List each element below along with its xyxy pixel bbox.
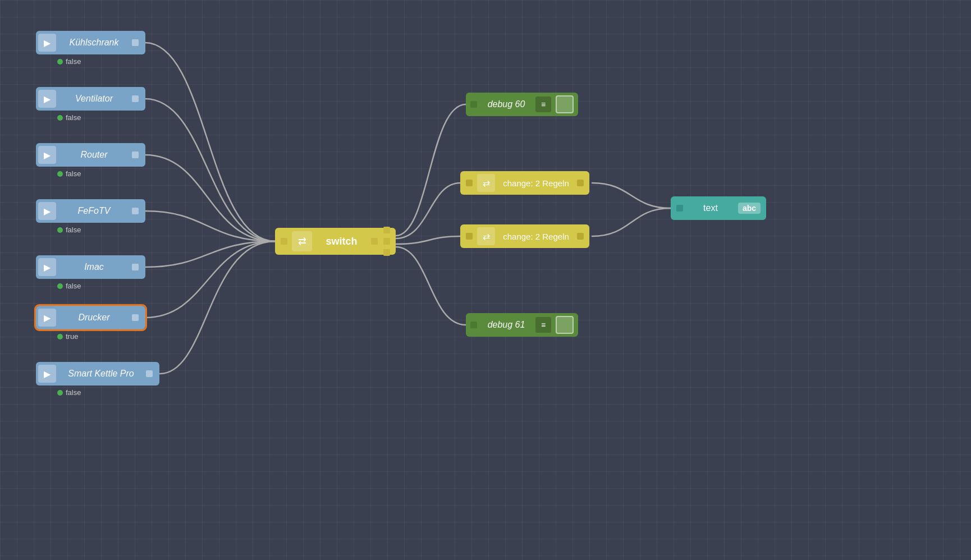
- kuhlschrank-status-dot: [57, 59, 63, 65]
- switch-label: switch: [317, 236, 367, 247]
- node-debug61[interactable]: debug 61 ≡: [466, 313, 578, 337]
- conn-switch-debug61: [396, 247, 466, 325]
- conn-imac-switch: [145, 241, 275, 267]
- ventilator-status: false: [57, 113, 81, 122]
- ventilator-status-dot: [57, 115, 63, 121]
- conn-change2-text: [592, 208, 671, 236]
- imac-icon: ▶: [38, 258, 56, 276]
- text-port-left: [676, 205, 683, 212]
- router-status-dot: [57, 171, 63, 177]
- change1-port-left: [466, 180, 473, 186]
- debug60-port-left: [470, 101, 477, 108]
- switch-icon: ⇄: [292, 231, 312, 251]
- drucker-status-dot: [57, 334, 63, 339]
- node-text[interactable]: text abc: [671, 196, 766, 220]
- text-abc-badge: abc: [738, 203, 761, 214]
- node-router[interactable]: ▶ Router false: [36, 143, 145, 167]
- change2-port-right: [577, 233, 584, 240]
- kuhlschrank-status: false: [57, 57, 81, 66]
- kuhlschrank-label: Kühlschrank: [61, 38, 127, 48]
- debug60-toggle[interactable]: [556, 95, 574, 113]
- ventilator-icon: ▶: [38, 90, 56, 108]
- node-fefotv[interactable]: ▶ FeFoTV false: [36, 199, 145, 223]
- connections-layer: [0, 0, 971, 560]
- node-drucker[interactable]: ▶ Drucker true: [36, 306, 145, 329]
- debug61-label: debug 61: [482, 320, 531, 330]
- text-label: text: [688, 203, 734, 213]
- conn-switch-change1: [396, 183, 460, 238]
- imac-port: [132, 264, 139, 270]
- ventilator-label: Ventilator: [61, 94, 127, 104]
- debug60-menu-icon[interactable]: ≡: [535, 97, 551, 112]
- drucker-icon: ▶: [38, 309, 56, 327]
- conn-change1-text: [592, 183, 671, 208]
- conn-fefotv-switch: [145, 211, 275, 241]
- ventilator-port: [132, 95, 139, 102]
- debug61-menu-icon[interactable]: ≡: [535, 317, 551, 333]
- kuhlschrank-port: [132, 39, 139, 46]
- smart-kettle-status: false: [57, 388, 81, 397]
- debug61-port-left: [470, 322, 477, 328]
- change2-icon: ⇄: [477, 227, 495, 245]
- fefotv-port: [132, 208, 139, 214]
- drucker-label: Drucker: [61, 313, 127, 323]
- router-status: false: [57, 169, 81, 178]
- imac-status-dot: [57, 283, 63, 289]
- fefotv-label: FeFoTV: [61, 206, 127, 216]
- smart-kettle-status-dot: [57, 390, 63, 396]
- conn-kuhlschrank-switch: [145, 43, 275, 241]
- imac-status: false: [57, 282, 81, 290]
- conn-drucker-switch: [145, 241, 275, 318]
- change1-icon: ⇄: [477, 174, 495, 192]
- conn-switch-debug60: [396, 104, 466, 236]
- switch-port-right-3: [383, 238, 390, 245]
- node-smart-kettle[interactable]: ▶ Smart Kettle Pro false: [36, 362, 159, 385]
- drucker-port: [132, 314, 139, 321]
- node-switch[interactable]: ⇄ switch: [275, 228, 396, 255]
- change2-port-left: [466, 233, 473, 240]
- node-kuhlschrank[interactable]: ▶ Kühlschrank false: [36, 31, 145, 54]
- change1-label: change: 2 Regeln: [500, 178, 572, 188]
- router-icon: ▶: [38, 146, 56, 164]
- conn-router-switch: [145, 155, 275, 241]
- node-imac[interactable]: ▶ Imac false: [36, 255, 145, 279]
- fefotv-status-dot: [57, 227, 63, 233]
- conn-switch-change2: [396, 236, 460, 244]
- node-change2[interactable]: ⇄ change: 2 Regeln: [460, 224, 589, 248]
- smart-kettle-label: Smart Kettle Pro: [61, 369, 141, 379]
- debug61-toggle[interactable]: [556, 316, 574, 334]
- change2-label: change: 2 Regeln: [500, 232, 572, 241]
- router-label: Router: [61, 150, 127, 160]
- router-port: [132, 152, 139, 158]
- conn-ventilator-switch: [145, 99, 275, 241]
- node-ventilator[interactable]: ▶ Ventilator false: [36, 87, 145, 111]
- imac-label: Imac: [61, 262, 127, 272]
- fefotv-status: false: [57, 226, 81, 234]
- drucker-status: true: [57, 332, 78, 341]
- switch-port-left: [281, 238, 287, 245]
- node-change1[interactable]: ⇄ change: 2 Regeln: [460, 171, 589, 195]
- smart-kettle-port: [146, 370, 153, 377]
- switch-port-right-1: [371, 238, 378, 245]
- flow-canvas[interactable]: ▶ Kühlschrank false ▶ Ventilator false ▶…: [0, 0, 971, 560]
- node-debug60[interactable]: debug 60 ≡: [466, 93, 578, 116]
- smart-kettle-icon: ▶: [38, 365, 56, 383]
- change1-port-right: [577, 180, 584, 186]
- switch-port-right-2: [383, 227, 390, 233]
- switch-port-right-4: [383, 249, 390, 256]
- fefotv-icon: ▶: [38, 202, 56, 220]
- kuhlschrank-icon: ▶: [38, 34, 56, 52]
- debug60-label: debug 60: [482, 99, 531, 109]
- conn-smartkettle-switch: [160, 241, 275, 374]
